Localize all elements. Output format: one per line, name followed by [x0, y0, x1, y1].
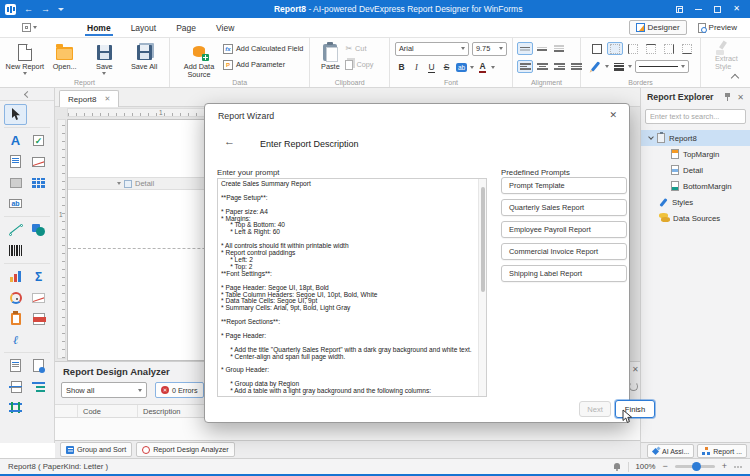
add-calculated-field-button[interactable]: fxAdd Calculated Field: [223, 41, 303, 56]
strikethrough-button[interactable]: S: [440, 60, 453, 74]
predefined-shipping-label-button[interactable]: Shipping Label Report: [501, 265, 627, 282]
align-left-button[interactable]: [517, 60, 533, 73]
zoom-out-button[interactable]: −: [662, 462, 667, 471]
prompt-textarea[interactable]: Create Sales Summary Report **Page Setup…: [217, 178, 487, 397]
add-data-source-button[interactable]: Add Data Source: [175, 41, 223, 79]
tree-item-topmargin[interactable]: TopMargin: [641, 146, 750, 162]
predefined-employee-payroll-button[interactable]: Employee Payroll Report: [501, 221, 627, 238]
band-caret-icon[interactable]: [117, 182, 121, 185]
preview-button[interactable]: Preview: [691, 20, 744, 36]
maximize-icon[interactable]: [714, 6, 721, 13]
tab-view[interactable]: View: [206, 19, 244, 36]
tab-layout[interactable]: Layout: [121, 19, 167, 36]
checkbox-tool[interactable]: ✓: [27, 130, 50, 151]
border-left-button[interactable]: [625, 42, 641, 55]
close-icon[interactable]: ✕: [733, 5, 740, 13]
label-tool[interactable]: A: [4, 130, 27, 151]
align-right-button[interactable]: [551, 60, 567, 73]
underline-button[interactable]: U: [425, 60, 438, 74]
page-info-tool[interactable]: [4, 355, 27, 376]
zoom-in-button[interactable]: +: [722, 462, 727, 471]
tab-report-design-analyzer[interactable]: Report Design Analyzer: [136, 442, 235, 457]
next-button[interactable]: Next: [579, 401, 611, 417]
cross-band-tool[interactable]: [4, 397, 27, 418]
textarea-scrollbar[interactable]: [478, 179, 486, 396]
tree-item-data-sources[interactable]: Data Sources: [641, 210, 750, 226]
pointer-tool[interactable]: [4, 104, 27, 125]
clipboard-tool[interactable]: [4, 308, 27, 329]
border-all-button[interactable]: [589, 42, 605, 55]
analyzer-filter-select[interactable]: Show all: [61, 382, 147, 398]
back-button[interactable]: ←: [224, 136, 235, 147]
zoom-slider[interactable]: [675, 465, 715, 468]
font-color-button[interactable]: A: [476, 60, 489, 74]
border-right-button[interactable]: [661, 42, 677, 55]
save-button[interactable]: Save: [85, 41, 125, 75]
shape-tool[interactable]: [27, 219, 50, 240]
align-top-button[interactable]: [517, 42, 533, 55]
quick-access-caret-icon[interactable]: [58, 8, 64, 11]
tree-item-styles[interactable]: Styles: [641, 194, 750, 210]
ribbon-display-icon[interactable]: [676, 6, 683, 13]
toolbox-collapse-button[interactable]: [0, 88, 54, 101]
paste-button[interactable]: Paste: [315, 41, 345, 71]
finish-button[interactable]: Finish: [615, 400, 655, 418]
tab-home[interactable]: Home: [77, 19, 121, 36]
align-bottom-button[interactable]: [551, 42, 567, 55]
close-tab-icon[interactable]: ✕: [104, 95, 110, 103]
notifications-bell-icon[interactable]: [613, 463, 621, 471]
border-inside-button[interactable]: [607, 42, 623, 55]
analyzer-close-icon[interactable]: ✕: [632, 365, 639, 374]
tree-item-detail[interactable]: Detail: [641, 162, 750, 178]
predefined-prompt-template-button[interactable]: Prompt Template: [501, 177, 627, 194]
highlight-button[interactable]: ab: [455, 60, 468, 74]
extract-style-button[interactable]: Extract Style: [715, 55, 745, 72]
table-tool[interactable]: [27, 172, 50, 193]
redo-icon[interactable]: →: [41, 5, 50, 14]
designer-button[interactable]: Designer: [629, 20, 687, 35]
undo-icon[interactable]: ←: [24, 5, 33, 14]
explorer-close-icon[interactable]: ✕: [737, 93, 744, 102]
align-middle-button[interactable]: [534, 42, 550, 55]
predefined-quarterly-sales-button[interactable]: Quarterly Sales Report: [501, 199, 627, 216]
tab-report-explorer[interactable]: Report ...: [697, 444, 747, 458]
copy-button[interactable]: Copy: [345, 57, 373, 72]
gauge-tool[interactable]: [4, 287, 27, 308]
tab-ai-assistant[interactable]: AI Assi...: [647, 444, 694, 458]
scrollbar-thumb[interactable]: [481, 187, 485, 292]
zoom-slider-thumb[interactable]: [692, 462, 701, 471]
subreport-tool[interactable]: [27, 355, 50, 376]
border-top-button[interactable]: [643, 42, 659, 55]
line-style-select[interactable]: [635, 60, 689, 73]
sparkline-tool[interactable]: [27, 287, 50, 308]
page-break-tool[interactable]: [4, 376, 27, 397]
pdf-content-tool[interactable]: [27, 308, 50, 329]
pin-icon[interactable]: [725, 93, 730, 101]
collapse-ribbon-icon[interactable]: [731, 74, 739, 82]
font-size-select[interactable]: 9.75: [472, 42, 507, 56]
minimize-icon[interactable]: [695, 9, 702, 10]
analyzer-refresh-icon[interactable]: [629, 382, 638, 391]
highlight-caret-icon[interactable]: [470, 66, 474, 69]
signature-tool[interactable]: ℓ: [4, 329, 27, 350]
line-weight-button[interactable]: [612, 60, 625, 73]
border-color-button[interactable]: [589, 60, 602, 73]
richtext-tool[interactable]: [4, 151, 27, 172]
tree-item-report8[interactable]: Report8: [641, 130, 750, 146]
bold-button[interactable]: B: [395, 60, 408, 74]
line-weight-caret-icon[interactable]: [628, 65, 632, 68]
app-menu-button[interactable]: [22, 23, 37, 32]
character-comb-tool[interactable]: ab: [4, 193, 27, 214]
align-center-button[interactable]: [534, 60, 550, 73]
document-tab[interactable]: Report8✕: [59, 90, 119, 107]
explorer-search-input[interactable]: [645, 109, 746, 124]
picture-tool[interactable]: [27, 151, 50, 172]
predefined-commercial-invoice-button[interactable]: Commercial Invoice Report: [501, 243, 627, 260]
cut-button[interactable]: ✂Cut: [345, 41, 373, 56]
tab-group-and-sort[interactable]: Group and Sort: [60, 442, 132, 457]
line-tool[interactable]: [4, 219, 27, 240]
italic-button[interactable]: I: [410, 60, 423, 74]
dialog-close-icon[interactable]: ✕: [609, 110, 617, 120]
chart-tool[interactable]: [4, 266, 27, 287]
chevron-down-icon[interactable]: [648, 134, 654, 140]
